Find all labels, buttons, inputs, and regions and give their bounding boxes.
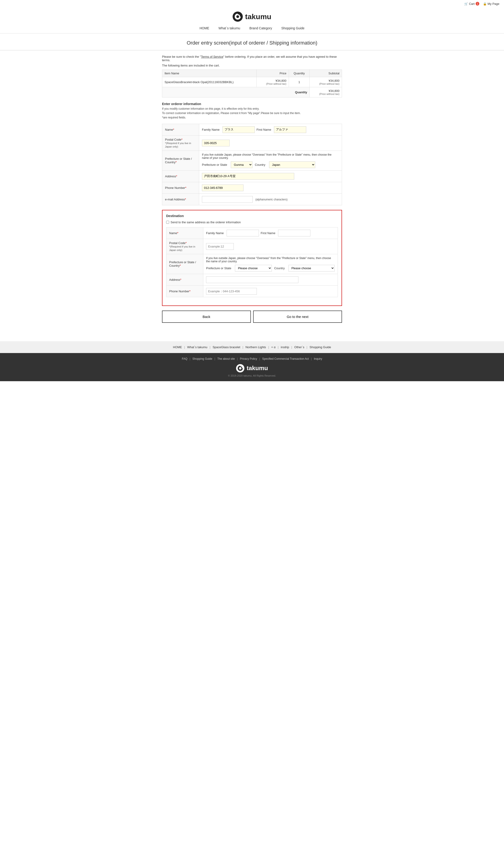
footer-faq[interactable]: FAQ: [182, 357, 187, 360]
dest-family-name-input[interactable]: [227, 230, 259, 236]
destination-title: Destination: [166, 214, 338, 218]
tos-link[interactable]: Terms of Service: [201, 55, 223, 58]
total-label: Quantity: [295, 90, 307, 94]
footer-nav-home[interactable]: HOME: [173, 345, 182, 349]
cart-table: Item Name Price Quantity Subtotal SpaceG…: [162, 70, 342, 97]
email-input[interactable]: [202, 196, 253, 203]
dest-prefecture-select[interactable]: Please choose Tokyo Osaka Overseas: [235, 265, 272, 271]
address-row: Address*: [162, 171, 342, 182]
dest-name-row: Name* Family Name First Name: [166, 227, 338, 239]
item-subtotal: ¥34,800 (Price without tax): [310, 77, 342, 87]
footer-nav-northern[interactable]: Northern Lights: [246, 345, 266, 349]
svg-point-1: [236, 15, 239, 18]
prefecture-row: Prefecture or State / Country* If you li…: [162, 150, 342, 171]
cart-badge: 1: [475, 2, 479, 5]
footer-logo-icon: [236, 364, 245, 372]
prefecture-select[interactable]: Gunma Tokyo Osaka Overseas: [231, 161, 252, 168]
page-title-area: Order entry screen(input of orderer / Sh…: [0, 34, 504, 50]
mypage-link[interactable]: 🔒 My Page: [483, 2, 499, 5]
col-subtotal: Subtotal: [310, 70, 342, 77]
destination-form: Name* Family Name First Name: [166, 227, 338, 297]
item-name: SpaceGlassBracelet-black Opal(201116032B…: [162, 77, 257, 87]
logo-area: takumu: [0, 7, 504, 24]
name-row: Name* Family Name First Name: [162, 124, 342, 135]
nav-brand[interactable]: Brand Category: [250, 26, 272, 30]
footer-nav-whats[interactable]: What`s takumu: [187, 345, 207, 349]
dest-postal-label: Postal Code* *(Required if you live in J…: [166, 239, 203, 254]
cart-note: The following items are included in the …: [162, 64, 342, 67]
prefecture-label: Prefecture or State / Country*: [162, 150, 199, 171]
dest-phone-label: Phone Number*: [166, 285, 203, 297]
cart-icon: 🛒: [464, 2, 468, 5]
same-address-checkbox[interactable]: [166, 221, 169, 224]
footer-sct[interactable]: Specified Commercial Transaction Act: [262, 357, 309, 360]
col-item: Item Name: [162, 70, 257, 77]
footer-nav: HOME | What`s takumu | SpaceGlass bracel…: [0, 341, 504, 353]
phone-label: Phone Number*: [162, 182, 199, 194]
main-nav: HOME What`s takumu Brand Category Shoppi…: [0, 24, 504, 34]
col-price: Price: [257, 70, 289, 77]
cart-row: SpaceGlassBracelet-black Opal(201116032B…: [162, 77, 342, 87]
postal-row: Postal Code* *(Required if you live in J…: [162, 135, 342, 150]
overseas-info: If you live outside Japan, please choose…: [202, 153, 339, 160]
dest-first-name-group: First Name: [261, 230, 311, 236]
dest-address-input[interactable]: [206, 277, 299, 283]
mypage-label: My Page: [488, 2, 499, 5]
dest-first-name-input[interactable]: [278, 230, 310, 236]
logo-text: takumu: [245, 13, 271, 21]
col-qty: Quantity: [289, 70, 310, 77]
footer-about[interactable]: The about site: [217, 357, 235, 360]
dest-phone-row: Phone Number*: [166, 285, 338, 297]
dest-overseas-info: If you live outside Japan, please choose…: [206, 256, 335, 263]
footer-inquiry[interactable]: Inquiry: [314, 357, 322, 360]
dest-address-label: Address*: [166, 274, 203, 285]
dest-phone-input[interactable]: [206, 288, 257, 295]
destination-section: Destination Send to the same address as …: [162, 210, 342, 306]
dest-postal-row: Postal Code* *(Required if you live in J…: [166, 239, 338, 254]
svg-point-3: [239, 367, 241, 369]
footer-nav-plus[interactable]: + α: [271, 345, 275, 349]
cart-link[interactable]: 🛒 Cart 1: [464, 2, 479, 5]
tos-notice: Please be sure to check the "Terms of Se…: [162, 55, 342, 62]
next-button[interactable]: Go to the next: [253, 310, 342, 323]
total-value: ¥34,800 (Price without tax): [310, 87, 342, 97]
orderer-section-note: If you modify customer information on th…: [162, 107, 342, 120]
orderer-form: Name* Family Name First Name Postal C: [162, 124, 342, 205]
lock-icon: 🔒: [483, 2, 487, 5]
first-name-input[interactable]: [274, 126, 306, 133]
nav-home[interactable]: HOME: [200, 26, 209, 30]
button-row: Back Go to the next: [162, 310, 342, 323]
footer-nav-others[interactable]: Other`s: [294, 345, 304, 349]
same-address-label: Send to the same address as the orderer …: [170, 220, 241, 224]
dest-prefecture-row: Prefecture or State / Country* If you li…: [166, 254, 338, 274]
nav-whats[interactable]: What`s takumu: [218, 26, 240, 30]
footer-nav-guide[interactable]: Shopping Guide: [309, 345, 331, 349]
footer-privacy[interactable]: Privacy Policy: [240, 357, 257, 360]
phone-input[interactable]: [202, 184, 244, 191]
copyright: © 2018-2020 takumu. All Rights Reserved.: [5, 374, 499, 377]
back-button[interactable]: Back: [162, 310, 251, 323]
footer-shopping-guide[interactable]: Shopping Guide: [193, 357, 212, 360]
address-label: Address*: [162, 171, 199, 182]
email-label: e-mail Address*: [162, 194, 199, 205]
dest-country-select[interactable]: Please choose Japan United States: [288, 265, 335, 271]
dest-family-name-group: Family Name: [206, 230, 259, 236]
family-name-input[interactable]: [222, 126, 255, 133]
footer-nav-irodrip[interactable]: irodrip: [281, 345, 289, 349]
phone-row: Phone Number*: [162, 182, 342, 194]
email-row: e-mail Address* (alphanumeric characters…: [162, 194, 342, 205]
nav-guide[interactable]: Shopping Guide: [281, 26, 304, 30]
orderer-section-title: Enter orderer information: [162, 102, 342, 106]
same-address-row: Send to the same address as the orderer …: [166, 220, 338, 224]
footer: FAQ | Shopping Guide | The about site | …: [0, 353, 504, 381]
address-input[interactable]: [202, 173, 294, 180]
dest-address-row: Address*: [166, 274, 338, 285]
dest-name-label: Name*: [166, 227, 203, 239]
dest-postal-input[interactable]: [206, 243, 234, 250]
footer-logo: takumu: [236, 364, 268, 372]
postal-code-input[interactable]: [202, 140, 230, 146]
footer-links: FAQ | Shopping Guide | The about site | …: [5, 357, 499, 360]
item-price: ¥34,800 (Price without tax): [257, 77, 289, 87]
footer-nav-bracelet[interactable]: SpaceGlass bracelet: [213, 345, 240, 349]
country-select[interactable]: Japan United States China: [269, 161, 315, 168]
